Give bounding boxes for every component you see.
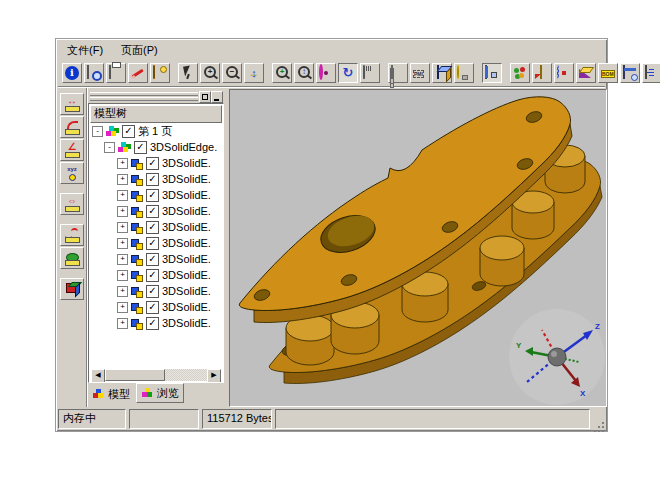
zoom-dynamic-button[interactable]: ↕ [294,63,314,83]
axis-label-y: Y [516,341,522,350]
checkbox[interactable]: ✓ [122,125,135,138]
tree-item-part[interactable]: + ✓ 3DSolidE. [91,283,221,299]
measure-angle-button[interactable]: ∠ [60,139,84,161]
attribute-table-button[interactable] [620,63,640,83]
checkbox[interactable]: ✓ [146,205,159,218]
hand-icon [363,65,365,79]
print-button[interactable] [106,63,126,83]
info-button[interactable]: i [62,63,82,83]
structure-tree-button[interactable] [642,63,660,83]
tree-item-part[interactable]: + ✓ 3DSolidE. [91,267,221,283]
expand-icon[interactable]: + [117,190,128,201]
layers-button[interactable] [388,63,408,83]
tree-tabs: 模型 浏览 [88,384,186,403]
parts-button[interactable] [510,63,530,83]
checkbox[interactable]: ✓ [146,237,159,250]
pmi-button[interactable]: PMI [410,63,430,83]
measure-radius-button[interactable] [60,116,84,138]
section-button[interactable] [576,63,596,83]
tree-item-part[interactable]: + ✓ 3DSolidE. [91,219,221,235]
menu-page[interactable]: 页面(P) [112,42,167,59]
tree-item-part[interactable]: + ✓ 3DSolidE. [91,187,221,203]
checkbox[interactable]: ✓ [146,157,159,170]
checkbox[interactable]: ✓ [146,301,159,314]
move-part-button[interactable] [532,63,552,83]
roller[interactable] [480,236,524,286]
select-button[interactable] [178,63,198,83]
tree-item-part[interactable]: + ✓ 3DSolidE. [91,315,221,331]
viewport-3d[interactable]: Z X Y [229,89,607,407]
cursor-arrow-icon [181,66,195,80]
coordinate-xyz-button[interactable]: xyz [60,162,84,184]
collapse-icon[interactable]: - [104,142,115,153]
menu-file[interactable]: 文件(F) [58,42,112,59]
scroll-right-icon[interactable]: ▶ [207,369,221,383]
tree-item-page[interactable]: - ✓ 第 1 页 [91,123,221,139]
checkbox[interactable]: ✓ [146,317,159,330]
status-memory: 内存中 [58,409,126,429]
zoom-window-button[interactable]: + [272,63,292,83]
permissions-button[interactable] [150,63,170,83]
viewport-canvas[interactable]: Z X Y [230,90,606,406]
views-button[interactable] [432,63,452,83]
expand-icon[interactable]: + [117,222,128,233]
checkbox[interactable]: ✓ [146,189,159,202]
tree-item-part[interactable]: + ✓ 3DSolidE. [91,203,221,219]
measure-area-button[interactable] [60,247,84,269]
tree-item-part[interactable]: + ✓ 3DSolidE. [91,299,221,315]
checkbox[interactable]: ✓ [146,269,159,282]
fit-window-button[interactable]: ↔↕ [244,63,264,83]
scroll-left-icon[interactable]: ◀ [91,369,105,383]
expand-icon[interactable]: + [117,286,128,297]
expand-icon[interactable]: + [117,238,128,249]
open-preview-button[interactable] [84,63,104,83]
scroll-track[interactable] [105,369,207,381]
measure-horizontal-button[interactable]: ↔ [60,93,84,115]
tab-browse[interactable]: 浏览 [136,383,184,403]
expand-icon[interactable]: + [117,254,128,265]
checkbox[interactable]: ✓ [146,253,159,266]
panel-grip[interactable] [88,90,224,102]
tree-item-label: 3DSolidE. [162,205,211,217]
orbit-button[interactable] [316,63,336,83]
tree-item-part[interactable]: + ✓ 3DSolidE. [91,171,221,187]
measure-distance-button[interactable]: ⇔ [60,193,84,215]
measure-curve-button[interactable] [60,224,84,246]
checkbox[interactable]: ✓ [134,141,147,154]
tree-item-label: 3DSolidE. [162,189,211,201]
markup-button[interactable] [128,63,148,83]
scroll-thumb[interactable] [105,369,165,381]
tree-item-part[interactable]: + ✓ 3DSolidE. [91,235,221,251]
panel-minimize-button[interactable] [211,91,223,103]
resize-grip[interactable] [593,413,605,425]
axis-label-x: X [580,389,586,398]
expand-icon[interactable]: + [117,174,128,185]
expand-icon[interactable]: + [117,158,128,169]
expand-icon[interactable]: + [117,318,128,329]
zoom-in-button[interactable]: + [200,63,220,83]
checkbox[interactable]: ✓ [146,221,159,234]
expand-icon[interactable]: + [117,270,128,281]
rotate-button[interactable]: ↻ [338,63,358,83]
notebook-button[interactable] [482,63,502,83]
tree-horizontal-scrollbar[interactable]: ◀ ▶ [91,369,221,381]
part-node-icon [130,173,143,186]
explode-button[interactable] [554,63,574,83]
bom-button[interactable]: BOM [598,63,618,83]
expand-icon[interactable]: + [117,206,128,217]
light-button[interactable] [454,63,474,83]
roller[interactable] [286,315,334,365]
tab-model[interactable]: 模型 [88,385,134,403]
pan-hand-button[interactable] [360,63,380,83]
tree-item-part[interactable]: + ✓ 3DSolidE. [91,251,221,267]
zoom-out-button[interactable]: − [222,63,242,83]
measure-volume-button[interactable] [60,278,84,300]
tree-item-assembly[interactable]: - ✓ 3DSolidEdge. [91,139,221,155]
checkbox[interactable]: ✓ [146,173,159,186]
panel-maximize-button[interactable] [199,91,211,103]
orientation-triad[interactable]: Z X Y [509,309,605,405]
checkbox[interactable]: ✓ [146,285,159,298]
tree-item-part[interactable]: + ✓ 3DSolidE. [91,155,221,171]
collapse-icon[interactable]: - [92,126,103,137]
expand-icon[interactable]: + [117,302,128,313]
